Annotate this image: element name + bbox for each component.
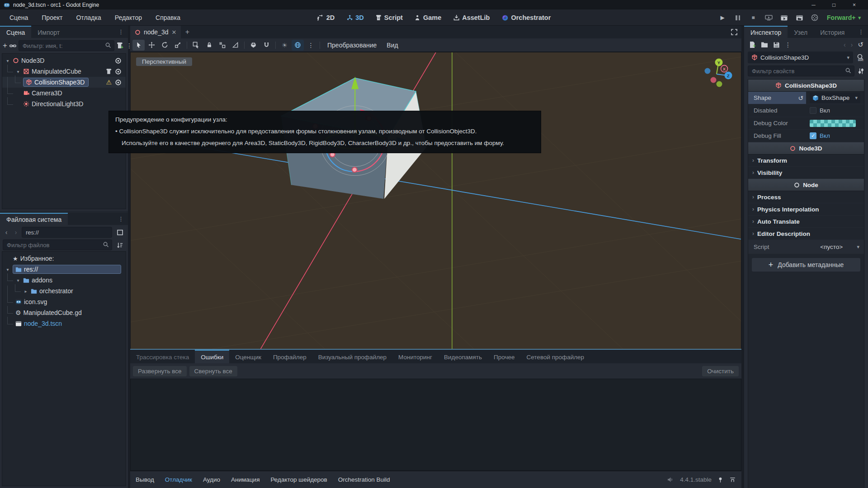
- tree-row-collisionshape3d[interactable]: CollisionShape3D ⚠: [2, 77, 126, 88]
- visibility-eye-icon[interactable]: [115, 57, 122, 64]
- selected-node-pill[interactable]: CollisionShape3D: [23, 78, 89, 87]
- add-metadata-button[interactable]: + Добавить метаданные: [752, 258, 860, 272]
- ruler-button[interactable]: [229, 40, 241, 51]
- workspace-assetlib-button[interactable]: AssetLib: [453, 14, 490, 21]
- expander-icon[interactable]: ▾: [5, 58, 10, 63]
- tab-inspector[interactable]: Инспектор: [744, 26, 788, 38]
- move-tool-button[interactable]: [146, 40, 158, 51]
- nav-back-button[interactable]: ‹: [3, 229, 10, 236]
- stop-button[interactable]: ■: [747, 12, 759, 23]
- tree-row-directionallight3d[interactable]: DirectionalLight3D: [2, 99, 126, 109]
- list-select-button[interactable]: [190, 40, 202, 51]
- menu-help[interactable]: Справка: [150, 12, 186, 23]
- pin-bottom-panel-icon[interactable]: [717, 477, 723, 483]
- group-auto-translate[interactable]: › Auto Translate: [748, 216, 864, 228]
- revert-property-icon[interactable]: ↺: [798, 94, 803, 102]
- tab-evaluator[interactable]: Оценщик: [229, 350, 267, 363]
- new-scene-tab-button[interactable]: +: [181, 26, 193, 38]
- tab-network-profiler[interactable]: Сетевой профайлер: [521, 350, 590, 363]
- property-filter-input[interactable]: [748, 66, 854, 76]
- group-editor-description[interactable]: › Editor Description: [748, 228, 864, 240]
- movie-maker-button[interactable]: [809, 12, 821, 23]
- file-row-node3d-tscn[interactable]: node_3d.tscn: [2, 318, 126, 329]
- tab-scene[interactable]: Сцена: [0, 26, 31, 38]
- load-resource-button[interactable]: [761, 42, 768, 48]
- environment-preview-button[interactable]: [292, 40, 304, 51]
- workspace-script-button[interactable]: Script: [376, 14, 403, 21]
- menu-scene[interactable]: Сцена: [4, 12, 34, 23]
- renderer-select[interactable]: Forward+ ▾: [824, 14, 863, 21]
- expander-icon[interactable]: ▾: [15, 69, 21, 74]
- workspace-game-button[interactable]: Game: [415, 14, 441, 21]
- tab-history[interactable]: История: [814, 26, 851, 38]
- expand-all-button[interactable]: Развернуть все: [133, 366, 187, 376]
- scene-filter-input[interactable]: [19, 40, 114, 51]
- add-node-button[interactable]: +: [3, 40, 7, 51]
- warning-icon[interactable]: ⚠: [106, 79, 112, 86]
- workspace-2d-button[interactable]: 2D: [317, 14, 335, 21]
- bottom-debugger-button[interactable]: Отладчик: [165, 476, 192, 483]
- select-tool-button[interactable]: [132, 40, 145, 51]
- resource-menu-button[interactable]: ⋮: [785, 41, 791, 48]
- clear-button[interactable]: Очистить: [702, 366, 739, 376]
- split-view-button[interactable]: [114, 227, 125, 238]
- menu-project[interactable]: Проект: [36, 12, 68, 23]
- tab-video-memory[interactable]: Видеопамять: [438, 350, 488, 363]
- play-button[interactable]: ▶: [717, 12, 728, 23]
- axis-orientation-gizmo[interactable]: Y X Z: [698, 54, 735, 90]
- lock-button[interactable]: [203, 40, 215, 51]
- filesystem-menu-button[interactable]: ⋮: [114, 213, 128, 225]
- visibility-eye-icon[interactable]: [115, 68, 122, 75]
- snap-button[interactable]: [260, 40, 273, 51]
- debug-fill-checkbox[interactable]: ✓: [810, 132, 816, 139]
- tree-row-camera3d[interactable]: Camera3D: [2, 88, 126, 99]
- group-visibility[interactable]: › Visibility: [748, 167, 864, 179]
- maximize-button[interactable]: □: [824, 2, 844, 8]
- play-custom-scene-button[interactable]: [793, 12, 805, 23]
- attach-script-button[interactable]: +: [117, 40, 124, 51]
- play-scene-button[interactable]: [778, 12, 790, 23]
- menu-editor[interactable]: Редактор: [109, 12, 148, 23]
- workspace-orchestrator-button[interactable]: Orchestrator: [501, 14, 551, 21]
- property-tools-button[interactable]: [858, 68, 864, 75]
- expander-icon[interactable]: ▾: [15, 278, 21, 283]
- scene-tab-node3d[interactable]: node_3d ✕: [130, 26, 181, 38]
- rotate-tool-button[interactable]: [159, 40, 171, 51]
- attached-script-icon[interactable]: [106, 68, 112, 75]
- edited-node-select[interactable]: CollisionShape3D ▾: [748, 52, 853, 63]
- sun-preview-button[interactable]: ☀: [278, 40, 291, 51]
- bottom-animation-button[interactable]: Анимация: [231, 476, 259, 483]
- workspace-3d-button[interactable]: 3D: [346, 14, 364, 21]
- save-resource-button[interactable]: [773, 42, 780, 48]
- expander-icon[interactable]: ▾: [5, 267, 10, 272]
- shape-resource-dropdown[interactable]: BoxShape ▾: [810, 93, 860, 103]
- audio-mute-icon[interactable]: [667, 477, 674, 483]
- tree-row-node3d[interactable]: ▾ Node3D: [2, 55, 126, 66]
- group-physics-interpolation[interactable]: › Physics Interpolation: [748, 203, 864, 216]
- group-button[interactable]: [216, 40, 228, 51]
- viewport-3d[interactable]: Перспективный Y X Z: [130, 52, 741, 349]
- open-docs-button[interactable]: DOC: [856, 54, 864, 61]
- nav-forward-button[interactable]: ›: [12, 229, 19, 236]
- tab-import[interactable]: Импорт: [31, 26, 66, 38]
- menu-debug[interactable]: Отладка: [70, 12, 107, 23]
- tab-profiler[interactable]: Профайлер: [267, 350, 312, 363]
- instance-scene-button[interactable]: [9, 40, 16, 51]
- inspector-menu-button[interactable]: ⋮: [854, 26, 868, 38]
- collapse-all-button[interactable]: Свернуть все: [189, 366, 237, 376]
- expander-icon[interactable]: ▸: [23, 289, 28, 294]
- history-list-button[interactable]: ↺: [858, 41, 863, 49]
- debug-color-swatch[interactable]: [810, 120, 856, 127]
- bottom-shader-editor-button[interactable]: Редактор шейдеров: [270, 476, 327, 483]
- property-script[interactable]: Script <пусто> ▾: [748, 240, 864, 254]
- selected-file-pill[interactable]: res://: [13, 265, 121, 274]
- view-menu[interactable]: Вид: [382, 42, 402, 49]
- file-row-orchestrator[interactable]: ▸ orchestrator: [2, 286, 126, 296]
- file-row-icon-svg[interactable]: icon.svg: [2, 296, 126, 307]
- shape-property-label[interactable]: Shape ↺: [748, 92, 806, 104]
- errors-list[interactable]: [130, 379, 741, 471]
- tab-node[interactable]: Узел: [788, 26, 814, 38]
- path-input[interactable]: [22, 227, 112, 238]
- tab-visual-profiler[interactable]: Визуальный профайлер: [312, 350, 392, 363]
- close-tab-icon[interactable]: ✕: [172, 29, 177, 36]
